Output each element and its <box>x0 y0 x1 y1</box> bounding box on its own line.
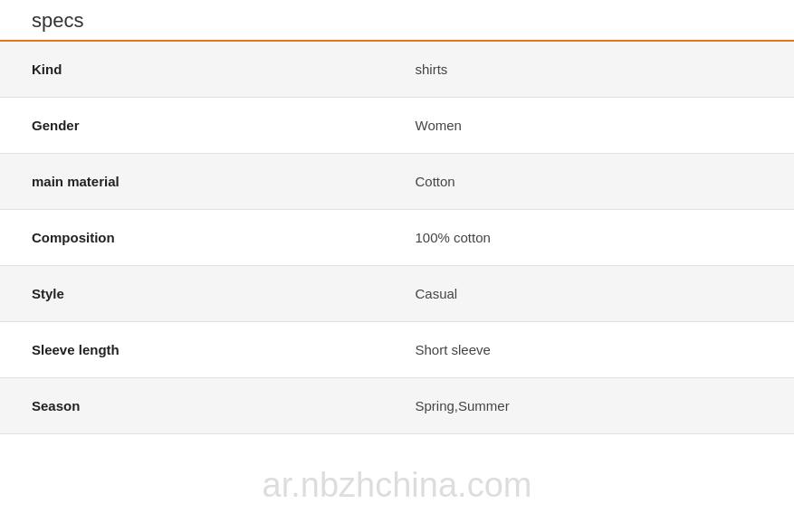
table-row: SeasonSpring,Summer <box>0 378 794 434</box>
specs-header: specs <box>0 0 794 42</box>
table-row: Composition100% cotton <box>0 210 794 266</box>
spec-label: Kind <box>0 42 397 97</box>
spec-label: main material <box>0 154 397 209</box>
spec-value: Cotton <box>397 154 795 209</box>
table-row: StyleCasual <box>0 266 794 322</box>
table-row: main materialCotton <box>0 154 794 210</box>
table-row: Sleeve lengthShort sleeve <box>0 322 794 378</box>
spec-value: Women <box>397 98 795 153</box>
spec-value: shirts <box>397 42 795 97</box>
specs-title: specs <box>32 9 83 32</box>
page-container: specs KindshirtsGenderWomenmain material… <box>0 0 794 434</box>
spec-label: Gender <box>0 98 397 153</box>
specs-table: KindshirtsGenderWomenmain materialCotton… <box>0 42 794 434</box>
spec-value: 100% cotton <box>397 210 795 265</box>
spec-label: Season <box>0 378 397 433</box>
spec-label: Sleeve length <box>0 322 397 377</box>
spec-value: Short sleeve <box>397 322 795 377</box>
watermark: ar.nbzhchina.com <box>263 466 532 505</box>
table-row: Kindshirts <box>0 42 794 98</box>
spec-value: Casual <box>397 266 795 321</box>
spec-label: Style <box>0 266 397 321</box>
spec-value: Spring,Summer <box>397 378 795 433</box>
table-row: GenderWomen <box>0 98 794 154</box>
spec-label: Composition <box>0 210 397 265</box>
